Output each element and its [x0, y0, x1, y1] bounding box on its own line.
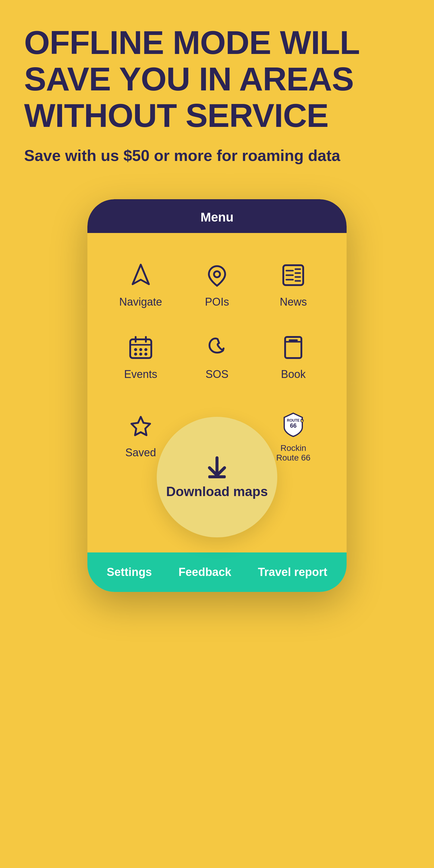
sos-label: SOS [206, 368, 228, 381]
phone-mockup: Menu Navigate [87, 199, 347, 592]
saved-icon [126, 411, 156, 441]
events-icon [126, 333, 156, 363]
phone-footer: Settings Feedback Travel report [87, 553, 347, 592]
navigate-icon [126, 260, 156, 290]
news-icon [278, 260, 308, 290]
main-headline: OFFLINE MODE WILL SAVE YOU IN AREAS WITH… [24, 24, 410, 133]
pois-label: POIs [205, 296, 229, 308]
news-label: News [280, 296, 307, 308]
svg-point-16 [134, 352, 137, 355]
download-maps-popup[interactable]: Download maps [157, 417, 277, 537]
footer-feedback[interactable]: Feedback [179, 566, 231, 579]
book-label: Book [281, 368, 306, 381]
phone-header: Menu [87, 199, 347, 233]
footer-travel-report[interactable]: Travel report [258, 566, 327, 579]
svg-point-17 [139, 352, 142, 355]
svg-rect-24 [208, 475, 226, 478]
menu-item-navigate[interactable]: Navigate [105, 251, 176, 317]
book-icon [278, 333, 308, 363]
menu-item-pois[interactable]: POIs [182, 251, 252, 317]
menu-row-1: Navigate POIs [99, 251, 335, 317]
events-label: Events [124, 368, 157, 381]
svg-rect-21 [289, 339, 298, 341]
svg-point-13 [134, 348, 137, 351]
svg-text:66: 66 [290, 422, 297, 429]
sos-icon [202, 333, 232, 363]
headline-section: OFFLINE MODE WILL SAVE YOU IN AREAS WITH… [24, 24, 410, 166]
phone-content: Navigate POIs [87, 233, 347, 553]
phone-body-wrapper: Menu Navigate [87, 199, 347, 592]
download-maps-label: Download maps [166, 484, 268, 500]
navigate-label: Navigate [119, 296, 162, 308]
menu-item-news[interactable]: News [258, 251, 329, 317]
svg-point-0 [214, 271, 220, 277]
footer-settings[interactable]: Settings [107, 566, 152, 579]
saved-label: Saved [125, 446, 156, 459]
svg-text:ROUTE: ROUTE [287, 418, 300, 423]
route66-label: Rockin Route 66 [276, 443, 311, 463]
svg-point-14 [139, 348, 142, 351]
menu-row-3-wrapper: Saved ROUTE [99, 402, 335, 486]
route66-icon: ROUTE 66 [280, 411, 307, 438]
menu-title: Menu [200, 210, 234, 224]
pois-icon [202, 260, 232, 290]
page-wrapper: OFFLINE MODE WILL SAVE YOU IN AREAS WITH… [0, 0, 434, 868]
download-arrow-icon [204, 454, 230, 481]
menu-item-sos[interactable]: SOS [182, 323, 252, 390]
menu-row-2: Events SOS [99, 323, 335, 390]
svg-point-18 [144, 352, 147, 355]
svg-point-15 [144, 348, 147, 351]
menu-item-events[interactable]: Events [105, 323, 176, 390]
menu-item-book[interactable]: Book [258, 323, 329, 390]
subheadline: Save with us $50 or more for roaming dat… [24, 146, 410, 166]
